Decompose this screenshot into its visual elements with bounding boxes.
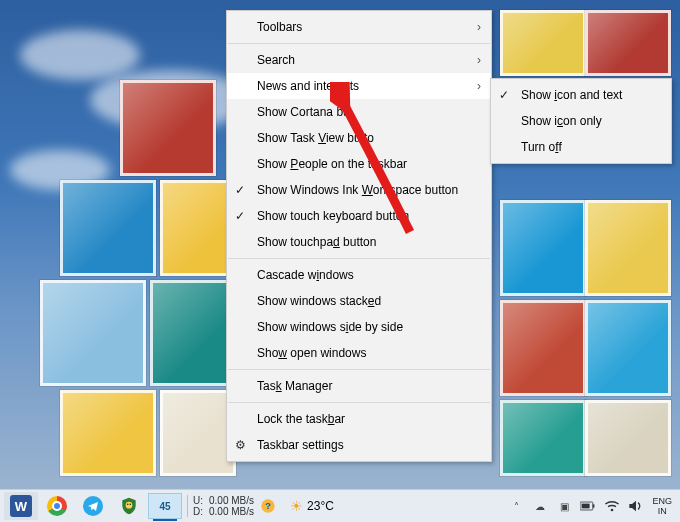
tray-battery-icon[interactable] bbox=[580, 498, 596, 514]
menu-label: Show touch keyboard button bbox=[257, 209, 409, 223]
menu-label: Show icon only bbox=[521, 114, 602, 128]
weather-temp: 23°C bbox=[307, 499, 334, 513]
menu-label: Show People on the taskbar bbox=[257, 157, 407, 171]
taskbar-app-telegram[interactable] bbox=[76, 492, 110, 520]
taskbar-left: W 45 bbox=[0, 492, 182, 520]
svg-point-2 bbox=[129, 504, 131, 506]
menu-label: Toolbars bbox=[257, 20, 302, 34]
menu-item-show-cortana[interactable]: Show Cortana bu bbox=[227, 99, 491, 125]
gear-icon: ⚙ bbox=[235, 438, 246, 452]
menu-label: Task Manager bbox=[257, 379, 332, 393]
menu-label: Show windows side by side bbox=[257, 320, 403, 334]
taskbar-app-security[interactable] bbox=[112, 492, 146, 520]
menu-item-show-touch-keyboard[interactable]: ✓Show touch keyboard button bbox=[227, 203, 491, 229]
menu-item-windows-stacked[interactable]: Show windows stacked bbox=[227, 288, 491, 314]
menu-label: News and interests bbox=[257, 79, 359, 93]
svg-rect-7 bbox=[582, 504, 590, 509]
taskbar-tray: ˄ ☁ ▣ ENG IN bbox=[508, 496, 680, 516]
sun-icon: ☀ bbox=[290, 498, 303, 514]
check-icon: ✓ bbox=[235, 183, 245, 197]
menu-item-toolbars[interactable]: Toolbars› bbox=[227, 14, 491, 40]
menu-label: Lock the taskbar bbox=[257, 412, 345, 426]
menu-label: Show Cortana bu bbox=[257, 105, 350, 119]
menu-item-windows-side-by-side[interactable]: Show windows side by side bbox=[227, 314, 491, 340]
taskbar-app-word[interactable]: W bbox=[4, 492, 38, 520]
menu-separator bbox=[228, 258, 490, 259]
net-labels: U: D: bbox=[193, 495, 203, 517]
taskbar-app-chrome[interactable] bbox=[40, 492, 74, 520]
tray-cloud-icon[interactable]: ☁ bbox=[532, 498, 548, 514]
menu-item-taskbar-settings[interactable]: ⚙Taskbar settings bbox=[227, 432, 491, 458]
menu-label: Show touchpad button bbox=[257, 235, 376, 249]
submenu-item-show-icon-and-text[interactable]: ✓Show icon and text bbox=[491, 82, 671, 108]
menu-item-show-people[interactable]: Show People on the taskbar bbox=[227, 151, 491, 177]
svg-point-0 bbox=[126, 502, 133, 509]
tray-volume-icon[interactable] bbox=[628, 498, 644, 514]
tray-help-icon[interactable]: ? bbox=[260, 498, 276, 514]
check-icon: ✓ bbox=[235, 209, 245, 223]
menu-item-task-manager[interactable]: Task Manager bbox=[227, 373, 491, 399]
net-values: 0.00 MB/s 0.00 MB/s bbox=[209, 495, 254, 517]
menu-item-show-ink-workspace[interactable]: ✓Show Windows Ink Workspace button bbox=[227, 177, 491, 203]
menu-label: Search bbox=[257, 53, 295, 67]
menu-separator bbox=[228, 369, 490, 370]
menu-item-show-task-view[interactable]: Show Task View butto bbox=[227, 125, 491, 151]
taskbar-weather[interactable]: ☀ 23°C bbox=[290, 498, 334, 514]
menu-item-news-and-interests[interactable]: News and interests› bbox=[227, 73, 491, 99]
menu-label: Show Windows Ink Workspace button bbox=[257, 183, 458, 197]
taskbar-net-meter[interactable]: U: D: 0.00 MB/s 0.00 MB/s bbox=[193, 495, 254, 517]
svg-point-1 bbox=[127, 504, 129, 506]
word-icon: W bbox=[10, 495, 32, 517]
menu-item-show-touchpad[interactable]: Show touchpad button bbox=[227, 229, 491, 255]
svg-rect-6 bbox=[593, 504, 595, 507]
desktop: Toolbars› Search› News and interests› Sh… bbox=[0, 0, 680, 522]
tray-wifi-icon[interactable] bbox=[604, 498, 620, 514]
menu-label: Show windows stacked bbox=[257, 294, 381, 308]
chevron-right-icon: › bbox=[477, 20, 481, 34]
chrome-icon bbox=[47, 496, 67, 516]
menu-separator bbox=[228, 43, 490, 44]
svg-point-8 bbox=[611, 509, 614, 512]
tray-language[interactable]: ENG IN bbox=[652, 496, 672, 516]
menu-label: Show Task View butto bbox=[257, 131, 374, 145]
menu-item-show-open-windows[interactable]: Show open windows bbox=[227, 340, 491, 366]
menu-item-lock-taskbar[interactable]: Lock the taskbar bbox=[227, 406, 491, 432]
chevron-right-icon: › bbox=[477, 53, 481, 67]
menu-item-cascade-windows[interactable]: Cascade windows bbox=[227, 262, 491, 288]
submenu-item-show-icon-only[interactable]: Show icon only bbox=[491, 108, 671, 134]
menu-label: Cascade windows bbox=[257, 268, 354, 282]
taskbar-context-menu: Toolbars› Search› News and interests› Sh… bbox=[226, 10, 492, 462]
news-interests-submenu: ✓Show icon and text Show icon only Turn … bbox=[490, 78, 672, 164]
telegram-icon bbox=[83, 496, 103, 516]
svg-text:?: ? bbox=[265, 501, 271, 511]
menu-separator bbox=[228, 402, 490, 403]
taskbar-separator bbox=[187, 495, 188, 517]
tray-app-icon[interactable]: ▣ bbox=[556, 498, 572, 514]
menu-label: Taskbar settings bbox=[257, 438, 344, 452]
menu-label: Turn off bbox=[521, 140, 562, 154]
menu-item-search[interactable]: Search› bbox=[227, 47, 491, 73]
badge-45-icon: 45 bbox=[148, 493, 182, 519]
taskbar[interactable]: W 45 U: D: 0.00 MB/s 0.00 MB/s ? ☀ 23°C bbox=[0, 489, 680, 522]
menu-label: Show open windows bbox=[257, 346, 366, 360]
menu-label: Show icon and text bbox=[521, 88, 622, 102]
chevron-right-icon: › bbox=[477, 79, 481, 93]
check-icon: ✓ bbox=[499, 88, 509, 102]
taskbar-app-badge45[interactable]: 45 bbox=[148, 492, 182, 520]
tray-chevron-up-icon[interactable]: ˄ bbox=[508, 498, 524, 514]
shield-icon bbox=[119, 496, 139, 516]
submenu-item-turn-off[interactable]: Turn off bbox=[491, 134, 671, 160]
